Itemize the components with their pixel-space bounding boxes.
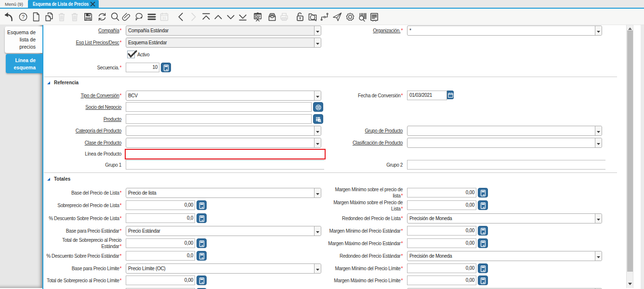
svg-text:31: 31 [162,16,166,20]
svg-text:?: ? [22,14,25,20]
